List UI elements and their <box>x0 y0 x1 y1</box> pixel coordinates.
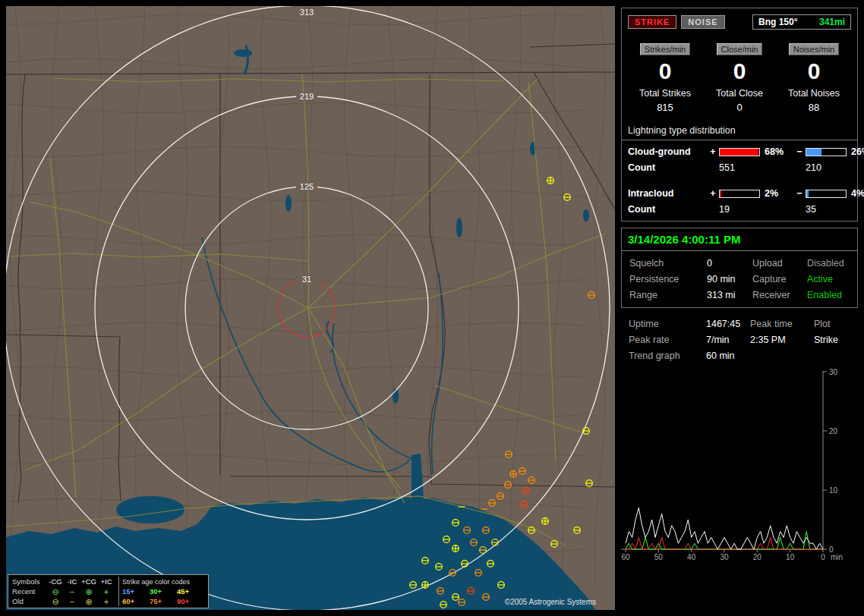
uptime-label: Uptime <box>629 319 706 329</box>
cg-positive-count: 551 <box>719 162 762 173</box>
strike-legend: Symbols -CG -IC +CG +IC Strike age color… <box>8 574 209 608</box>
plot-value: Strike <box>814 335 850 345</box>
upload-value: Disabled <box>807 258 850 269</box>
svg-text:60: 60 <box>621 553 630 561</box>
strike-stats-panel: STRIKE NOISE Bng 150° 341mi Strikes/min … <box>621 8 858 222</box>
ic-positive-count: 19 <box>719 204 762 215</box>
session-stats-grid: Uptime 1467:45 Peak time Plot Peak rate … <box>621 314 858 361</box>
svg-text:10: 10 <box>786 553 795 561</box>
legend-symbols-header: Symbols <box>12 577 47 586</box>
ic-negative-count: 35 <box>806 204 848 215</box>
pos-cg-icon: ⊕ <box>80 587 97 596</box>
age-45: 45+ <box>177 587 204 596</box>
status-panel: STRIKE NOISE Bng 150° 341mi Strikes/min … <box>621 0 858 616</box>
legend-old-label: Old <box>12 597 47 606</box>
intracloud-label: Intracloud <box>628 188 707 199</box>
peak-rate-value: 7/min <box>706 335 750 345</box>
cg-negative-count: 210 <box>806 162 848 173</box>
distribution-title: Lightning type distribution <box>622 125 857 140</box>
close-per-min-chip[interactable]: Close/min <box>717 43 763 55</box>
legend-recent-label: Recent <box>12 587 47 596</box>
svg-text:219: 219 <box>300 92 314 101</box>
svg-text:31: 31 <box>302 275 311 284</box>
close-counter: Close/min 0 Total Close 0 <box>702 42 777 113</box>
trend-graph-value: 60 min <box>706 350 750 361</box>
pos-ic-icon: + <box>97 587 115 596</box>
bearing-display: Bng 150° 341mi <box>752 14 851 30</box>
neg-cg-icon: ⊖ <box>47 597 64 606</box>
legend-col-neg-ic: -IC <box>64 577 80 586</box>
receiver-value: Enabled <box>807 290 850 300</box>
settings-grid: Squelch 0 Upload Disabled Persistence 90… <box>622 251 857 307</box>
trend-graph: 01020306050403020100min <box>621 369 858 564</box>
strikes-counter: Strikes/min 0 Total Strikes 815 <box>628 42 702 113</box>
pos-cg-icon: ⊕ <box>80 597 97 606</box>
rate-counters: Strikes/min 0 Total Strikes 815 Close/mi… <box>628 42 851 113</box>
age-75: 75+ <box>150 597 177 606</box>
legend-col-pos-cg: +CG <box>80 577 97 586</box>
svg-text:10: 10 <box>829 486 838 495</box>
peak-time-label: Peak time <box>750 319 814 329</box>
svg-text:313: 313 <box>300 8 314 17</box>
cg-positive-pct: 68% <box>762 146 793 157</box>
squelch-label: Squelch <box>629 258 707 269</box>
svg-text:125: 125 <box>300 182 314 191</box>
lightning-map[interactable]: 31321912531 Symbols -CG -IC +CG +IC Stri… <box>6 6 615 610</box>
age-30: 30+ <box>150 587 177 596</box>
trend-graph-label: Trend graph <box>629 350 706 361</box>
svg-text:30: 30 <box>829 369 838 376</box>
svg-text:30: 30 <box>720 553 729 561</box>
svg-text:min: min <box>831 553 843 561</box>
squelch-value: 0 <box>707 258 752 269</box>
system-status-panel: 3/14/2026 4:00:11 PM Squelch 0 Upload Di… <box>621 228 858 308</box>
ic-negative-bar <box>806 190 847 198</box>
legend-col-neg-cg: -CG <box>47 577 64 586</box>
total-noises-label: Total Noises <box>777 88 851 99</box>
persistence-value: 90 min <box>707 274 752 284</box>
svg-text:0: 0 <box>821 553 825 561</box>
total-close-label: Total Close <box>702 88 777 99</box>
total-close-value: 0 <box>702 102 777 113</box>
cloud-ground-label: Cloud-ground <box>628 146 707 157</box>
distribution-table: Cloud-ground + 68% − 26% Count 551 210 I… <box>628 146 851 215</box>
receiver-label: Receiver <box>752 290 807 300</box>
strike-indicator-button[interactable]: STRIKE <box>628 15 676 29</box>
strikes-per-min-value: 0 <box>628 58 702 83</box>
neg-cg-icon: ⊖ <box>47 587 64 596</box>
strikes-per-min-chip[interactable]: Strikes/min <box>640 43 690 55</box>
pos-ic-icon: + <box>97 597 115 606</box>
persistence-label: Persistence <box>629 274 707 284</box>
ic-negative-bar-fill <box>806 190 809 197</box>
capture-value: Active <box>807 274 850 284</box>
noises-counter: Noises/min 0 Total Noises 88 <box>777 42 851 113</box>
peak-rate-label: Peak rate <box>629 335 706 345</box>
total-strikes-value: 815 <box>628 102 702 113</box>
ic-positive-pct: 2% <box>762 188 793 199</box>
legend-divider <box>118 586 119 596</box>
peak-time-value: 2:35 PM <box>750 335 814 345</box>
datetime-display: 3/14/2026 4:00:11 PM <box>622 228 857 251</box>
upload-label: Upload <box>752 258 807 269</box>
cg-positive-bar <box>719 148 760 156</box>
plus-sign: + <box>707 188 719 199</box>
ic-positive-bar-fill <box>720 190 721 197</box>
ic-count-label: Count <box>628 204 707 215</box>
svg-text:20: 20 <box>829 427 838 435</box>
noise-indicator-button[interactable]: NOISE <box>681 15 724 29</box>
age-60: 60+ <box>122 597 150 606</box>
map-canvas: 31321912531 <box>6 6 615 610</box>
legend-age-header: Strike age color codes <box>122 577 204 586</box>
legend-divider <box>118 577 119 586</box>
total-strikes-label: Total Strikes <box>628 88 702 99</box>
noises-per-min-chip[interactable]: Noises/min <box>789 43 839 55</box>
minus-sign: − <box>793 146 806 157</box>
age-90: 90+ <box>177 597 204 606</box>
total-noises-value: 88 <box>777 102 851 113</box>
noises-per-min-value: 0 <box>777 58 851 83</box>
plot-label: Plot <box>814 319 850 329</box>
cg-positive-bar-fill <box>720 149 758 156</box>
cg-negative-pct: 26% <box>848 146 864 157</box>
legend-divider <box>118 596 119 606</box>
copyright-text: ©2005 Astrogenic Systems <box>505 598 596 606</box>
indicator-row: STRIKE NOISE Bng 150° 341mi <box>628 14 851 30</box>
